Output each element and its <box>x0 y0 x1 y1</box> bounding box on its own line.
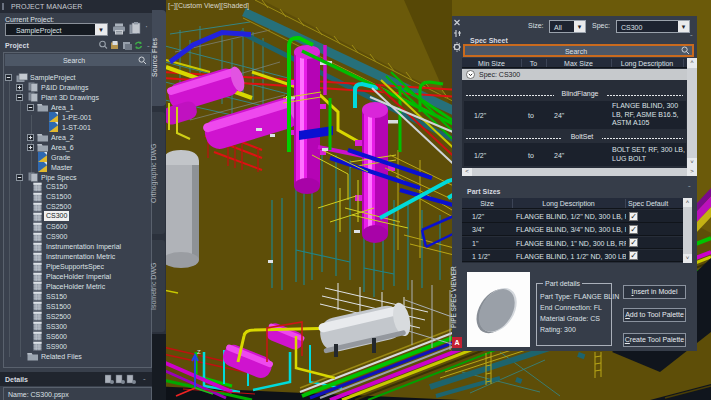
svg-text:-: - <box>147 41 150 50</box>
svg-text:-: - <box>143 374 146 383</box>
svg-text:⋅: ⋅ <box>145 22 148 32</box>
svg-text:Z: Z <box>197 349 201 355</box>
